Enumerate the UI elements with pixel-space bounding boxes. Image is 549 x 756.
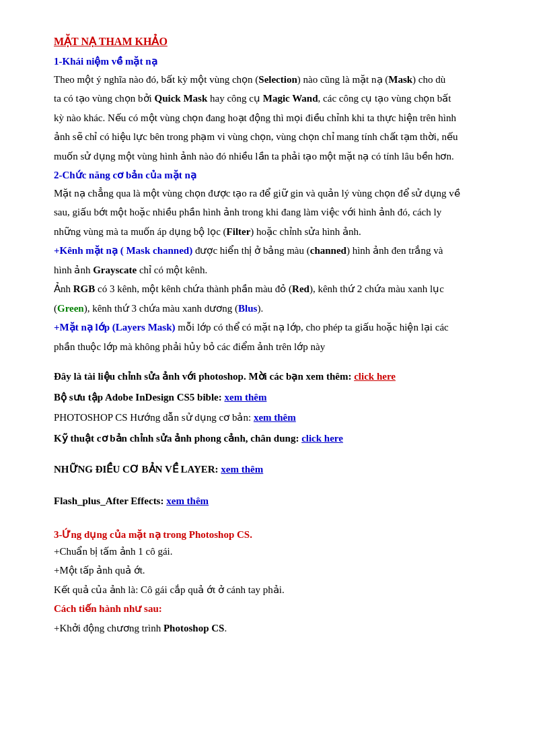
link-click-here-1[interactable]: click here: [354, 371, 396, 382]
section-3-item-3: Kết quả của ảnh là: Cô gái cắp quả ớt ở …: [54, 582, 502, 598]
page-title: MẶT NẠ THAM KHẢO: [54, 34, 502, 50]
section-1-para-4: ảnh sẽ chỉ có hiệu lực bên trong phạm vi…: [54, 129, 502, 145]
section-1-para-5: muốn sử dụng một vùng hình ảnh nào đó nh…: [54, 149, 502, 164]
link-xem-them-2[interactable]: xem thêm: [224, 392, 266, 403]
section-2-mask-channel: +Kênh mặt nạ ( Mask channed) được hiển t…: [54, 243, 502, 259]
promo-line-5: NHỮNG ĐIỀU CƠ BẢN VỀ LAYER: xem thêm: [54, 462, 502, 477]
label-layers-mask-close: ): [172, 322, 176, 333]
link-xem-them-6[interactable]: xem thêm: [166, 495, 209, 506]
section-3-item-4: Cách tiến hành như sau:: [54, 601, 502, 617]
keyword-photoshop: Photoshop CS: [163, 623, 224, 633]
link-click-here-4[interactable]: click here: [301, 433, 343, 444]
section-3-heading: 3-Ứng dụng của mặt nạ trong Photoshop CS…: [54, 527, 502, 543]
keyword-channed: channed: [310, 245, 346, 256]
page-container: MẶT NẠ THAM KHẢO 1-Khái niệm về mặt nạ T…: [54, 34, 502, 635]
section-2-layers-mask: +Mặt nạ lớp (Layers Mask) mỗi lớp có thể…: [54, 320, 502, 335]
link-xem-them-3[interactable]: xem thêm: [254, 412, 296, 423]
section-1: 1-Khái niệm về mặt nạ Theo một ý nghĩa n…: [54, 54, 502, 164]
section-2-layers-mask-extra: phần thuộc lớp mà không phải hủy bỏ các …: [54, 339, 502, 355]
section-2-para-3: những vùng mà ta muốn áp dụng bộ lọc (Fi…: [54, 224, 502, 240]
label-layers-mask: +Mặt nạ lớp (Layers Mask: [54, 322, 172, 333]
promo-line-1: Đây là tài liệu chỉnh sửa ảnh với photos…: [54, 369, 502, 384]
keyword-filter: Filter: [227, 226, 251, 237]
section-1-heading: 1-Khái niệm về mặt nạ: [54, 54, 502, 69]
section-3-item-5: +Khởi động chương trình Photoshop CS.: [54, 621, 502, 636]
keyword-magicwand: Magic Wand: [263, 93, 318, 104]
label-mask-channel-close: ): [189, 245, 192, 256]
section-2-para-2: sau, giấu bớt một hoặc nhiều phần hình ả…: [54, 205, 502, 220]
promo-line-3: PHOTOSHOP CS Hướng dẫn sử dụng cơ bản: x…: [54, 410, 502, 425]
keyword-grayscate: Grayscate: [93, 265, 137, 275]
section-2-heading: 2-Chức năng cơ bản của mặt nạ: [54, 168, 502, 183]
section-1-para-1: Theo một ý nghĩa nào đó, bất kỳ một vùng…: [54, 72, 502, 88]
section-3: 3-Ứng dụng của mặt nạ trong Photoshop CS…: [54, 527, 502, 635]
promo-line-2: Bộ sưu tập Adobe InDesign CS5 bible: xem…: [54, 390, 502, 405]
keyword-selection: Selection: [258, 74, 297, 85]
promo-line-6: Flash_plus_After Effects: xem thêm: [54, 493, 502, 509]
section-1-para-2: ta có tạo vùng chọn bởi Quick Mask hay c…: [54, 91, 502, 106]
section-2-para-1: Mặt nạ chẳng qua là một vùng chọn được t…: [54, 186, 502, 201]
section-3-item-1: +Chuẩn bị tấm ảnh 1 cô gái.: [54, 544, 502, 559]
section-2-green-blue: (Green), kênh thứ 3 chứa màu xanh dương …: [54, 301, 502, 316]
link-xem-them-5[interactable]: xem thêm: [221, 464, 263, 475]
keyword-green: Green: [57, 303, 84, 314]
keyword-blue: Blus: [238, 303, 257, 314]
keyword-rgb: RGB: [73, 283, 96, 294]
keyword-mask: Mask: [388, 74, 412, 85]
label-mask-channel: +Kênh mặt nạ ( Mask channed: [54, 245, 189, 256]
section-3-item-2: +Một tấp ảnh quả ớt.: [54, 563, 502, 578]
promo-line-4: Kỹ thuật cơ bản chỉnh sửa ảnh phong cảnh…: [54, 431, 502, 446]
section-2-grayscate: hình ảnh Grayscate chỉ có một kênh.: [54, 263, 502, 278]
section-2: 2-Chức năng cơ bản của mặt nạ Mặt nạ chẳ…: [54, 168, 502, 354]
keyword-quickmask: Quick Mask: [154, 93, 207, 104]
section-1-para-3: kỳ nào khác. Nếu có một vùng chọn đang h…: [54, 110, 502, 126]
keyword-red: Red: [292, 283, 309, 294]
section-2-rgb: Ảnh RGB có 3 kênh, một kênh chứa thành p…: [54, 281, 502, 297]
